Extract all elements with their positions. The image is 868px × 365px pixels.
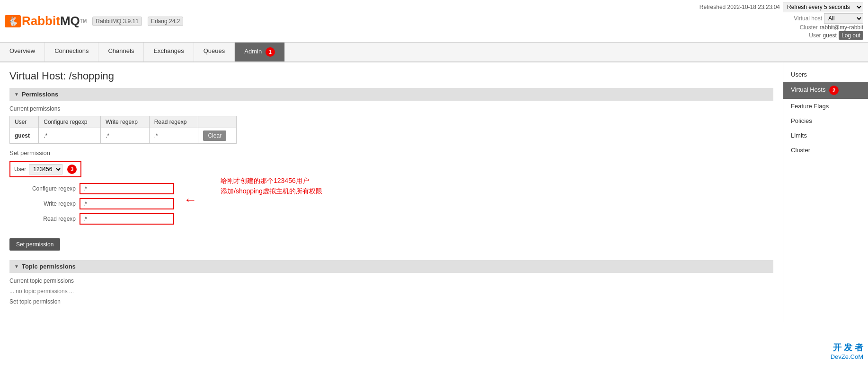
nav-exchanges[interactable]: Exchanges <box>144 43 194 61</box>
refreshed-timestamp: Refreshed 2022-10-18 23:23:04 <box>700 4 780 10</box>
nav-admin[interactable]: Admin 1 <box>235 43 284 61</box>
annotation-line1: 给刚才创建的那个123456用户 <box>221 175 322 186</box>
user-value: guest <box>823 32 837 39</box>
arrow-left-icon: ← <box>184 192 197 208</box>
configure-regexp-label: Configure regexp <box>9 185 76 192</box>
user-field-label: User <box>14 166 26 173</box>
col-read: Read regexp <box>149 116 198 128</box>
vhost-label: Virtual host <box>794 15 822 22</box>
col-write: Write regexp <box>101 116 150 128</box>
current-permissions-label: Current permissions <box>9 105 773 112</box>
row-read: .* <box>149 128 198 144</box>
nav-overview[interactable]: Overview <box>0 43 45 61</box>
topic-permissions-section-header[interactable]: ▼ Topic permissions <box>9 260 773 273</box>
refresh-interval-select[interactable]: Refresh every 5 seconds Refresh every 10… <box>783 2 863 12</box>
main-layout: Virtual Host: /shopping ▼ Permissions Cu… <box>0 62 868 322</box>
sidebar: Users Virtual Hosts 2 Feature Flags Poli… <box>783 62 868 322</box>
topic-permissions-arrow-icon: ▼ <box>14 264 19 269</box>
read-regexp-input[interactable] <box>80 213 174 225</box>
write-regexp-input[interactable] <box>80 198 174 209</box>
topic-permissions-section: ▼ Topic permissions Current topic permis… <box>9 260 773 305</box>
user-selector-box: User 123456 guest 3 <box>9 161 81 177</box>
sidebar-item-policies[interactable]: Policies <box>783 113 868 128</box>
row-write: .* <box>101 128 150 144</box>
topbar: 🐇 RabbitMQTM RabbitMQ 3.9.11 Erlang 24.2… <box>0 0 868 43</box>
set-permission-button[interactable]: Set permission <box>9 238 60 251</box>
write-regexp-group: Write regexp <box>9 198 174 209</box>
permissions-arrow-icon: ▼ <box>14 92 19 97</box>
no-topic-permissions-text: ... no topic permissions ... <box>9 288 773 295</box>
cluster-row: Cluster rabbit@my-rabbit <box>700 24 863 31</box>
nav-connections[interactable]: Connections <box>45 43 98 61</box>
row-user: guest <box>10 128 39 144</box>
erlang-version-badge: Erlang 24.2 <box>148 17 183 26</box>
annotation-3: 3 <box>67 165 77 174</box>
write-regexp-label: Write regexp <box>9 200 76 207</box>
logo-area: 🐇 RabbitMQTM RabbitMQ 3.9.11 Erlang 24.2 <box>5 14 183 28</box>
set-permission-title: Set permission <box>9 149 773 156</box>
logo: 🐇 RabbitMQTM <box>5 14 87 28</box>
vhost-row: Virtual host All /shopping <box>700 13 863 24</box>
user-label: User <box>809 32 821 39</box>
cluster-value: rabbit@my-rabbit <box>820 24 863 31</box>
read-regexp-label: Read regexp <box>9 216 76 222</box>
logo-mq-text: MQ <box>60 14 80 28</box>
arrow-callout: ← 给刚才创建的那个123456用户 添加/shopping虚拟主机的所有权限 <box>184 192 322 208</box>
annotation-area: ← 给刚才创建的那个123456用户 添加/shopping虚拟主机的所有权限 <box>184 183 322 208</box>
logo-rabbit-text: Rabbit <box>22 14 60 28</box>
cluster-label: Cluster <box>800 24 818 31</box>
permissions-section-title: Permissions <box>22 91 58 98</box>
logout-button[interactable]: Log out <box>839 31 863 40</box>
rabbit-icon: 🐇 <box>5 15 21 27</box>
sidebar-item-users[interactable]: Users <box>783 67 868 82</box>
main-nav: Overview Connections Channels Exchanges … <box>0 43 868 62</box>
sidebar-item-limits[interactable]: Limits <box>783 128 868 143</box>
col-user: User <box>10 116 39 128</box>
annotation-line2: 添加/shopping虚拟主机的所有权限 <box>221 186 322 196</box>
sidebar-item-feature-flags[interactable]: Feature Flags <box>783 99 868 113</box>
rabbitmq-version-badge: RabbitMQ 3.9.11 <box>92 17 142 26</box>
logo-tm-text: TM <box>80 18 87 24</box>
sidebar-item-virtual-hosts[interactable]: Virtual Hosts 2 <box>783 82 868 99</box>
configure-regexp-input[interactable] <box>80 183 174 194</box>
topic-permissions-section-title: Topic permissions <box>22 263 76 270</box>
permissions-table: User Configure regexp Write regexp Read … <box>9 116 237 144</box>
table-row: guest .* .* .* Clear <box>10 128 237 144</box>
col-configure: Configure regexp <box>39 116 101 128</box>
permissions-section: ▼ Permissions Current permissions User C… <box>9 88 773 251</box>
form-fields: Configure regexp Write regexp Read regex… <box>9 183 174 228</box>
row-configure: .* <box>39 128 101 144</box>
current-topic-permissions-label: Current topic permissions <box>9 278 773 284</box>
page-title: Virtual Host: /shopping <box>9 70 773 82</box>
nav-channels[interactable]: Channels <box>98 43 144 61</box>
read-regexp-group: Read regexp <box>9 213 174 225</box>
form-and-annotation: Configure regexp Write regexp Read regex… <box>9 183 322 228</box>
vhost-select[interactable]: All /shopping <box>824 13 863 24</box>
row-clear-cell: Clear <box>198 128 237 144</box>
user-select[interactable]: 123456 guest <box>29 164 62 174</box>
permissions-section-header[interactable]: ▼ Permissions <box>9 88 773 101</box>
user-row: User guest Log out <box>700 31 863 40</box>
set-topic-permission-label: Set topic permission <box>9 298 773 305</box>
configure-regexp-group: Configure regexp <box>9 183 174 194</box>
annotation-1: 1 <box>266 47 275 57</box>
annotation-2: 2 <box>829 86 839 95</box>
col-action <box>198 116 237 128</box>
topright-info: Refreshed 2022-10-18 23:23:04 Refresh ev… <box>700 2 863 40</box>
sidebar-item-cluster[interactable]: Cluster <box>783 143 868 157</box>
set-permission-form-area: User 123456 guest 3 Configure regexp <box>9 161 322 251</box>
content-area: Virtual Host: /shopping ▼ Permissions Cu… <box>0 62 783 322</box>
nav-queues[interactable]: Queues <box>194 43 235 61</box>
annotation-callout-text: 给刚才创建的那个123456用户 添加/shopping虚拟主机的所有权限 <box>221 175 322 197</box>
clear-button[interactable]: Clear <box>203 130 226 141</box>
refresh-row: Refreshed 2022-10-18 23:23:04 Refresh ev… <box>700 2 863 12</box>
